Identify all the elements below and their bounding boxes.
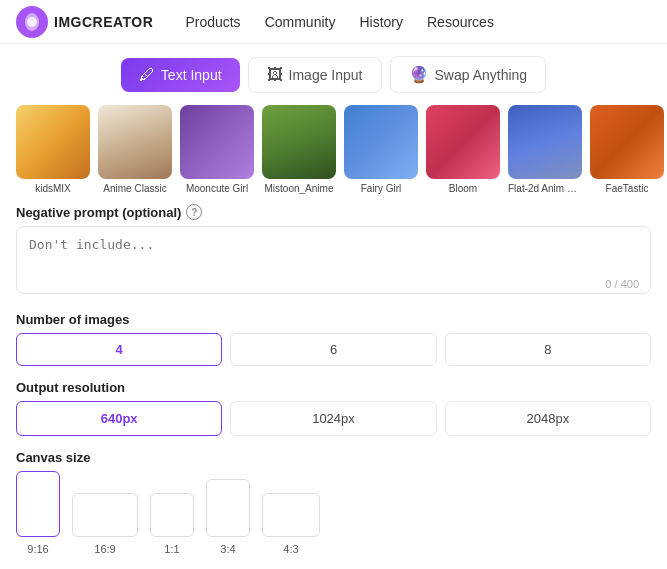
char-count: 0 / 400 xyxy=(605,278,639,290)
style-card-anime-classic[interactable]: Anime Classic xyxy=(98,105,172,194)
style-card-label-fairy: Fairy Girl xyxy=(361,183,402,194)
style-gallery: kidsMIX Anime Classic Mooncute Girl Mist… xyxy=(0,105,667,204)
canvas-card-3-4[interactable]: 3:4 xyxy=(206,479,250,555)
tab-text-input[interactable]: 🖊 Text Input xyxy=(121,58,240,92)
style-card-label-anime-classic: Anime Classic xyxy=(103,183,166,194)
style-card-img-anime-classic xyxy=(98,105,172,179)
style-card-flat2d[interactable]: Flat-2d Anim erge xyxy=(508,105,582,194)
style-card-label-mistoon: Mistoon_Anime xyxy=(265,183,334,194)
negative-prompt-wrap: 0 / 400 xyxy=(16,226,651,298)
canvas-options: 9:16 16:9 1:1 3:4 4:3 xyxy=(16,471,651,555)
num-images-section: Number of images 468 xyxy=(0,312,667,366)
style-card-img-bloom xyxy=(426,105,500,179)
style-card-mooncute[interactable]: Mooncute Girl xyxy=(180,105,254,194)
negative-prompt-label: Negative prompt (optional) ? xyxy=(16,204,651,220)
nav-community[interactable]: Community xyxy=(265,14,336,30)
style-card-label-kidsmix: kidsMIX xyxy=(35,183,71,194)
canvas-box-1-1 xyxy=(150,493,194,537)
style-card-img-fairy xyxy=(344,105,418,179)
tab-image-input-label: Image Input xyxy=(289,67,363,83)
image-input-icon: 🖼 xyxy=(267,66,283,84)
num-images-btn-6[interactable]: 6 xyxy=(230,333,436,366)
style-card-label-bloom: Bloom xyxy=(449,183,477,194)
num-images-btn-8[interactable]: 8 xyxy=(445,333,651,366)
negative-prompt-input[interactable] xyxy=(16,226,651,294)
res-btn-640px[interactable]: 640px xyxy=(16,401,222,436)
style-card-img-flat2d xyxy=(508,105,582,179)
tab-bar: 🖊 Text Input 🖼 Image Input 🔮 Swap Anythi… xyxy=(0,44,667,105)
canvas-box-3-4 xyxy=(206,479,250,537)
nav-resources[interactable]: Resources xyxy=(427,14,494,30)
nav-products[interactable]: Products xyxy=(185,14,240,30)
style-card-fairy[interactable]: Fairy Girl xyxy=(344,105,418,194)
negative-prompt-section: Negative prompt (optional) ? 0 / 400 xyxy=(0,204,667,298)
nav-history[interactable]: History xyxy=(359,14,403,30)
style-card-label-faetastic: FaeTastic xyxy=(606,183,649,194)
output-resolution-label: Output resolution xyxy=(16,380,651,395)
num-images-btn-4[interactable]: 4 xyxy=(16,333,222,366)
logo[interactable]: IMGCREATOR xyxy=(16,6,153,38)
canvas-label-4-3: 4:3 xyxy=(283,543,298,555)
resolution-options: 640px1024px2048px xyxy=(16,401,651,436)
help-icon[interactable]: ? xyxy=(186,204,202,220)
canvas-label-9-16: 9:16 xyxy=(27,543,48,555)
canvas-card-16-9[interactable]: 16:9 xyxy=(72,493,138,555)
canvas-box-4-3 xyxy=(262,493,320,537)
style-card-label-mooncute: Mooncute Girl xyxy=(186,183,248,194)
text-input-icon: 🖊 xyxy=(139,66,155,84)
canvas-size-label: Canvas size xyxy=(16,450,651,465)
canvas-box-16-9 xyxy=(72,493,138,537)
style-card-label-flat2d: Flat-2d Anim erge xyxy=(508,183,582,194)
svg-point-2 xyxy=(27,17,37,27)
style-card-kidsmix[interactable]: kidsMIX xyxy=(16,105,90,194)
tab-swap-anything[interactable]: 🔮 Swap Anything xyxy=(390,56,547,93)
logo-icon xyxy=(16,6,48,38)
canvas-label-3-4: 3:4 xyxy=(220,543,235,555)
logo-text: IMGCREATOR xyxy=(54,14,153,30)
canvas-label-1-1: 1:1 xyxy=(164,543,179,555)
style-card-img-mistoon xyxy=(262,105,336,179)
canvas-label-16-9: 16:9 xyxy=(94,543,115,555)
style-card-img-faetastic xyxy=(590,105,664,179)
output-resolution-section: Output resolution 640px1024px2048px xyxy=(0,380,667,436)
num-images-options: 468 xyxy=(16,333,651,366)
style-card-img-kidsmix xyxy=(16,105,90,179)
canvas-card-4-3[interactable]: 4:3 xyxy=(262,493,320,555)
canvas-box-9-16 xyxy=(16,471,60,537)
num-images-label: Number of images xyxy=(16,312,651,327)
res-btn-2048px[interactable]: 2048px xyxy=(445,401,651,436)
style-card-mistoon[interactable]: Mistoon_Anime xyxy=(262,105,336,194)
canvas-card-9-16[interactable]: 9:16 xyxy=(16,471,60,555)
style-card-img-mooncute xyxy=(180,105,254,179)
canvas-card-1-1[interactable]: 1:1 xyxy=(150,493,194,555)
res-btn-1024px[interactable]: 1024px xyxy=(230,401,436,436)
swap-icon: 🔮 xyxy=(409,65,429,84)
style-card-bloom[interactable]: Bloom xyxy=(426,105,500,194)
tab-text-input-label: Text Input xyxy=(161,67,222,83)
style-card-faetastic[interactable]: FaeTastic xyxy=(590,105,664,194)
tab-image-input[interactable]: 🖼 Image Input xyxy=(248,57,382,93)
canvas-size-section: Canvas size 9:16 16:9 1:1 3:4 4:3 xyxy=(0,450,667,555)
navbar: IMGCREATOR Products Community History Re… xyxy=(0,0,667,44)
tab-swap-anything-label: Swap Anything xyxy=(435,67,528,83)
